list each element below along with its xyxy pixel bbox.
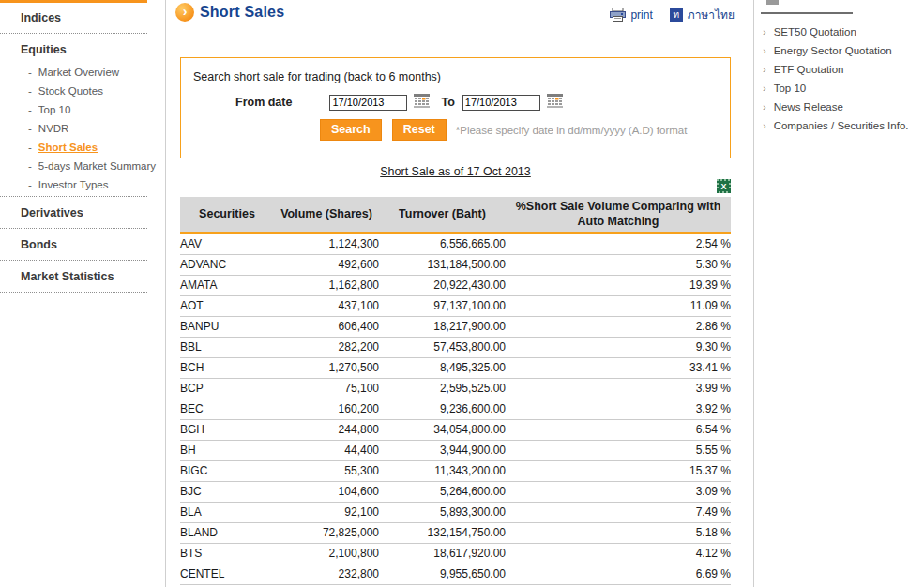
- percent-cell: 15.37 %: [506, 461, 731, 482]
- calendar-icon-from[interactable]: [414, 94, 430, 111]
- sidebar-item-investor-types[interactable]: -Investor Types: [0, 175, 147, 194]
- dash-bullet: -: [28, 142, 32, 153]
- table-row: BLA92,1005,893,300.007.49 %: [180, 503, 731, 523]
- volume-cell: 160,200: [274, 399, 379, 420]
- right-link-energy-sector-quotation[interactable]: ›Energy Sector Quotation: [761, 41, 924, 60]
- dotted-divider: [0, 33, 147, 34]
- sidebar-item-nvdr[interactable]: -NVDR: [0, 119, 147, 138]
- svg-text:X: X: [720, 182, 726, 191]
- excel-export-icon[interactable]: X: [717, 179, 731, 196]
- percent-cell: 5.30 %: [506, 255, 731, 276]
- header-links: print ท ภาษาไทย: [610, 3, 735, 23]
- turnover-cell: 8,495,325.00: [379, 358, 506, 379]
- volume-cell: 437,100: [274, 296, 379, 317]
- dotted-divider: [0, 260, 147, 261]
- sidebar-section-derivatives[interactable]: Derivatives: [0, 198, 147, 226]
- partial-image-fragment: [766, 0, 779, 5]
- table-row: AAV1,124,3006,556,665.002.54 %: [180, 233, 731, 255]
- volume-cell: 75,100: [274, 379, 379, 399]
- percent-cell: 7.49 %: [506, 503, 731, 523]
- percent-cell: 3.09 %: [506, 482, 731, 503]
- sidebar-section-market-statistics[interactable]: Market Statistics: [0, 262, 147, 290]
- security-cell: AOT: [180, 296, 274, 317]
- table-row: BGH244,80034,054,800.006.54 %: [180, 420, 731, 441]
- volume-cell: 492,600: [274, 255, 379, 276]
- percent-cell: 2.54 %: [506, 233, 731, 255]
- short-sale-table: Securities Volume (Shares) Turnover (Bah…: [180, 197, 731, 587]
- volume-cell: 44,400: [274, 441, 379, 461]
- main-header: › Short Sales print ท ภาษาไทย: [174, 0, 753, 23]
- sidebar-item-stock-quotes[interactable]: -Stock Quotes: [0, 82, 147, 100]
- right-link-etf-quotation[interactable]: ›ETF Quotation: [761, 60, 924, 79]
- left-sidebar: IndicesEquities-Market Overview-Stock Qu…: [0, 0, 166, 587]
- calendar-icon-to[interactable]: [547, 94, 563, 111]
- excel-row: X: [180, 179, 731, 197]
- page-title: Short Sales: [200, 4, 284, 21]
- sidebar-item-market-overview[interactable]: -Market Overview: [0, 63, 147, 82]
- right-link-companies-securities-info[interactable]: ›Companies / Securities Info.: [761, 116, 924, 135]
- table-row: BJC104,6005,264,600.003.09 %: [180, 482, 731, 503]
- right-link-top-10[interactable]: ›Top 10: [761, 79, 924, 98]
- table-row: BLAND72,825,000132,154,750.005.18 %: [180, 523, 731, 544]
- print-link[interactable]: print: [610, 8, 652, 22]
- right-nav-links: ›SET50 Quotation›Energy Sector Quotation…: [761, 23, 924, 135]
- turnover-cell: 131,184,500.00: [379, 255, 506, 276]
- table-row: AOT437,10097,137,100.0011.09 %: [180, 296, 731, 317]
- sidebar-item-short-sales[interactable]: -Short Sales: [0, 138, 147, 157]
- security-cell: AAV: [180, 233, 274, 255]
- sidebar-section-equities[interactable]: Equities: [0, 35, 147, 63]
- volume-cell: 55,300: [274, 461, 379, 482]
- dotted-divider: [0, 228, 147, 229]
- right-link-label: Top 10: [774, 83, 807, 94]
- sidebar-item-label: Short Sales: [38, 142, 98, 153]
- security-cell: BH: [180, 441, 274, 461]
- right-link-news-release[interactable]: ›News Release: [761, 98, 924, 116]
- security-cell: AMATA: [180, 276, 274, 296]
- table-row: BEC160,2009,236,600.003.92 %: [180, 399, 731, 420]
- volume-cell: 2,100,800: [274, 544, 379, 564]
- page: IndicesEquities-Market Overview-Stock Qu…: [0, 0, 924, 587]
- security-cell: BLAND: [180, 523, 274, 544]
- dotted-divider: [0, 196, 147, 197]
- col-turnover: Turnover (Baht): [379, 197, 506, 233]
- percent-cell: 33.41 %: [506, 358, 731, 379]
- table-header: Securities Volume (Shares) Turnover (Bah…: [180, 197, 731, 233]
- volume-cell: 1,162,800: [274, 276, 379, 296]
- turnover-cell: 97,137,100.00: [379, 296, 506, 317]
- table-caption-link[interactable]: Short Sale as of 17 Oct 2013: [380, 165, 531, 178]
- sidebar-section-indices[interactable]: Indices: [0, 3, 147, 31]
- volume-cell: 606,400: [274, 317, 379, 338]
- to-date-input[interactable]: [462, 95, 540, 111]
- chevron-right-icon: ›: [763, 45, 766, 56]
- dash-bullet: -: [28, 67, 32, 78]
- main-content: › Short Sales print ท ภาษาไทย: [166, 0, 753, 587]
- percent-cell: 6.54 %: [506, 420, 731, 441]
- volume-cell: 1,124,300: [274, 233, 379, 255]
- search-button[interactable]: Search: [320, 119, 382, 141]
- volume-cell: 232,800: [274, 564, 379, 585]
- date-row: From date To: [193, 94, 730, 111]
- security-cell: BANPU: [180, 317, 274, 338]
- security-cell: BLA: [180, 503, 274, 523]
- sidebar-section-bonds[interactable]: Bonds: [0, 230, 147, 258]
- sidebar-item-top-10[interactable]: -Top 10: [0, 100, 147, 119]
- security-cell: ADVANC: [180, 255, 274, 276]
- turnover-cell: 3,944,900.00: [379, 441, 506, 461]
- from-date-input[interactable]: [329, 95, 407, 111]
- thai-flag-icon: ท: [670, 8, 683, 22]
- search-panel: Search short sale for trading (back to 6…: [180, 57, 731, 158]
- dash-bullet: -: [28, 179, 32, 190]
- turnover-cell: 9,955,650.00: [379, 564, 506, 585]
- from-date-label: From date: [235, 96, 292, 109]
- thai-language-link[interactable]: ท ภาษาไทย: [670, 6, 735, 23]
- volume-cell: 92,100: [274, 503, 379, 523]
- short-sale-table-body: AAV1,124,3006,556,665.002.54 %ADVANC492,…: [180, 233, 731, 587]
- turnover-cell: 11,343,200.00: [379, 461, 506, 482]
- right-link-set50-quotation[interactable]: ›SET50 Quotation: [761, 23, 924, 41]
- security-cell: BCP: [180, 379, 274, 399]
- reset-button[interactable]: Reset: [392, 119, 447, 141]
- sidebar-item-5-days-market-summary[interactable]: -5-days Market Summary: [0, 157, 147, 175]
- dash-bullet: -: [28, 160, 32, 172]
- table-row: BBL282,20057,453,800.009.30 %: [180, 338, 731, 358]
- percent-cell: 6.69 %: [506, 564, 731, 585]
